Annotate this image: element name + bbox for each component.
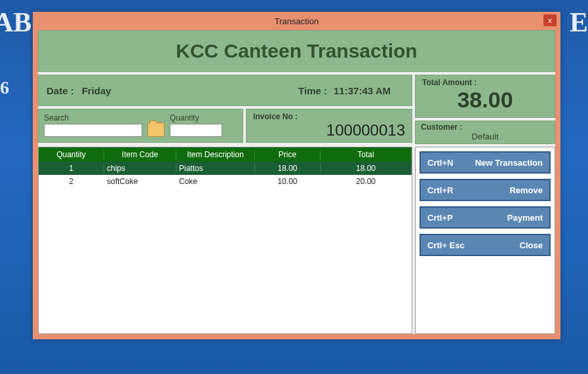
- background-text-right: EE: [570, 7, 588, 38]
- cell-total: 20.00: [321, 177, 412, 186]
- shortcut-label: Crtl+P: [427, 213, 453, 223]
- right-info-col: Total Amount : 38.00 Customer : Default: [415, 75, 555, 144]
- remove-button[interactable]: Crtl+R Remove: [420, 179, 551, 201]
- cell-quantity: 1: [39, 164, 104, 173]
- close-button[interactable]: Crtl+ Esc Close: [420, 234, 551, 256]
- shortcut-label: Crtl+N: [427, 158, 453, 168]
- payment-button[interactable]: Crtl+P Payment: [420, 206, 551, 229]
- transaction-window: Transaction x KCC Canteen Transaction Da…: [33, 12, 560, 339]
- time-value: 11:37:43 AM: [334, 85, 391, 96]
- actions-panel: Crtl+N New Transaction Crtl+R Remove Crt…: [415, 147, 555, 334]
- cell-item-code: chips: [104, 164, 176, 173]
- grid-body[interactable]: 1chipsPiattos18.0018.002softCokeCoke10.0…: [39, 162, 412, 333]
- action-label: New Transaction: [475, 158, 543, 168]
- grid-header: Quantity Item Code Item Description Pric…: [39, 147, 412, 162]
- new-transaction-button[interactable]: Crtl+N New Transaction: [420, 151, 551, 174]
- action-label: Close: [520, 240, 543, 250]
- items-grid: Quantity Item Code Item Description Pric…: [38, 147, 412, 334]
- main-row: Quantity Item Code Item Description Pric…: [38, 147, 555, 334]
- shortcut-label: Crtl+R: [427, 185, 453, 195]
- cell-item-description: Coke: [176, 177, 255, 186]
- customer-value: Default: [421, 132, 549, 141]
- background-text-left: AB: [0, 7, 31, 38]
- col-header-quantity: Quantity: [39, 150, 104, 159]
- search-input[interactable]: [44, 124, 142, 137]
- folder-icon[interactable]: [147, 122, 165, 137]
- shortcut-label: Crtl+ Esc: [427, 240, 465, 250]
- invoice-number: 100000013: [253, 121, 405, 140]
- background-number: 6: [0, 77, 9, 98]
- client-area: KCC Canteen Transaction Date : Friday Ti…: [38, 30, 555, 334]
- cell-total: 18.00: [321, 164, 412, 173]
- search-label: Search: [44, 113, 142, 122]
- customer-label: Customer :: [421, 122, 549, 132]
- cell-quantity: 2: [39, 177, 104, 186]
- total-amount-value: 38.00: [422, 87, 548, 113]
- left-info-col: Date : Friday Time : 11:37:43 AM Search …: [38, 75, 412, 144]
- col-header-price: Price: [255, 150, 321, 159]
- cell-price: 10.00: [255, 177, 321, 186]
- action-label: Remove: [509, 185, 543, 195]
- cell-item-description: Piattos: [176, 164, 255, 173]
- search-invoice-row: Search Quantity Invoice No : 100000013: [38, 109, 412, 143]
- search-panel: Search Quantity: [38, 109, 243, 143]
- quantity-label: Quantity: [170, 113, 222, 122]
- close-icon[interactable]: x: [543, 14, 557, 26]
- date-label: Date :: [47, 85, 74, 96]
- cell-price: 18.00: [255, 164, 321, 173]
- invoice-label: Invoice No :: [253, 112, 405, 121]
- time-label: Time :: [298, 85, 327, 96]
- titlebar: Transaction x: [33, 12, 560, 30]
- action-label: Payment: [507, 213, 543, 223]
- total-amount-panel: Total Amount : 38.00: [415, 75, 555, 118]
- quantity-input[interactable]: [170, 124, 222, 137]
- col-header-item-description: Item Description: [176, 150, 255, 159]
- date-time-panel: Date : Friday Time : 11:37:43 AM: [38, 75, 412, 106]
- total-amount-label: Total Amount :: [422, 78, 548, 87]
- table-row[interactable]: 2softCokeCoke10.0020.00: [39, 175, 412, 188]
- invoice-panel: Invoice No : 100000013: [246, 109, 412, 143]
- col-header-total: Total: [321, 150, 412, 159]
- date-value: Friday: [82, 85, 111, 96]
- col-header-item-code: Item Code: [104, 150, 176, 159]
- customer-panel: Customer : Default: [415, 121, 555, 144]
- info-row: Date : Friday Time : 11:37:43 AM Search …: [38, 75, 555, 144]
- search-field-group: Search: [44, 113, 142, 137]
- window-title: Transaction: [275, 16, 319, 26]
- quantity-field-group: Quantity: [170, 113, 222, 137]
- page-title: KCC Canteen Transaction: [38, 30, 555, 72]
- table-row[interactable]: 1chipsPiattos18.0018.00: [39, 162, 412, 175]
- cell-item-code: softCoke: [104, 177, 176, 186]
